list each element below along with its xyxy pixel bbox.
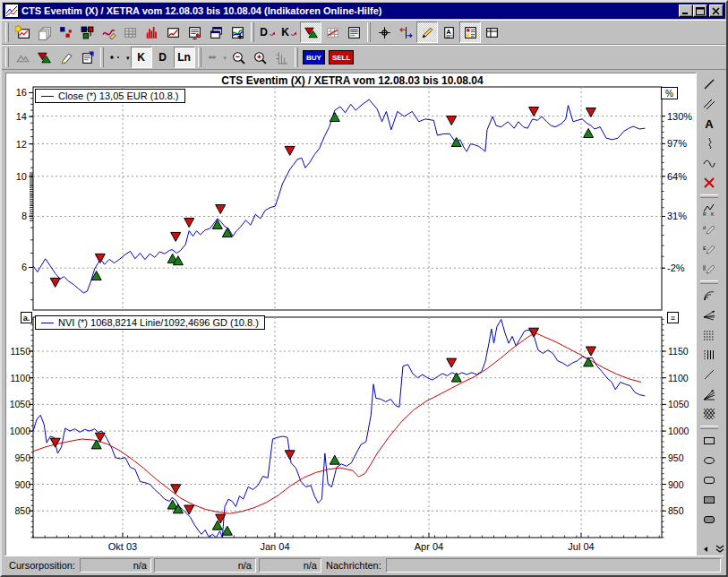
curve-tool-button[interactable] (699, 153, 719, 173)
crosshair-button[interactable] (373, 22, 395, 43)
pencil-e-button[interactable]: E (699, 239, 719, 259)
filled-rounded-rectangle-button[interactable] (699, 510, 719, 530)
scale-arrows-button[interactable] (395, 22, 416, 43)
chart-properties-button[interactable] (76, 47, 98, 68)
ellipse-button[interactable] (699, 451, 719, 470)
delete-drawing-button[interactable] (699, 173, 719, 193)
minimize-button[interactable] (679, 4, 693, 17)
toolbar-grip[interactable] (100, 47, 104, 67)
export-d-button[interactable]: D (257, 22, 278, 43)
trading-signals-button[interactable] (300, 22, 321, 43)
zoom-out-button[interactable] (227, 47, 249, 68)
toolbar-grip[interactable] (700, 426, 718, 429)
edit-indicator-button[interactable] (98, 22, 119, 43)
trend-line-button[interactable] (699, 74, 719, 94)
rounded-rectangle-button[interactable] (699, 470, 719, 490)
freehand-line-button[interactable] (699, 133, 719, 153)
compare-data-button[interactable] (55, 22, 76, 43)
rectangle-icon (702, 434, 716, 448)
maximize-button[interactable] (693, 4, 707, 17)
new-chart-button[interactable] (12, 22, 33, 43)
pane-marker-a[interactable]: a. (21, 312, 32, 323)
zoom-in-button[interactable] (249, 47, 270, 68)
nvi-chart[interactable]: 1150115011001100105010501000100095095090… (6, 314, 700, 557)
bar-width-dropdown-icon[interactable]: ▾ (224, 55, 227, 61)
main-toolbar: DKA (2, 20, 726, 45)
zigzag-tool-button[interactable]: RK (699, 200, 719, 220)
export-k-button[interactable]: K (278, 22, 300, 43)
export-d-label: D (260, 27, 268, 38)
legend-line-sample (41, 323, 54, 323)
toolbar-grip[interactable] (198, 47, 201, 67)
toolbar-grip[interactable] (700, 280, 718, 284)
axis-scale-icon (274, 50, 289, 65)
portfolio-structure-button[interactable] (76, 22, 98, 43)
toolbar-grip[interactable] (700, 194, 718, 198)
scroll-down-button[interactable] (714, 543, 725, 555)
grid-settings-button[interactable] (321, 22, 343, 43)
diagonal-line-button[interactable] (699, 365, 719, 384)
pencil-lines-button[interactable] (699, 259, 719, 279)
axis-label: 8 (21, 211, 27, 221)
signal-triangles-button[interactable] (33, 47, 55, 68)
price-chart[interactable]: 1614121086130%97%64%31%-2% (6, 86, 700, 314)
vertical-lines-button[interactable] (699, 345, 719, 365)
copy-chart-button[interactable] (33, 22, 55, 43)
fan-lines-button[interactable] (699, 306, 719, 325)
close-button[interactable] (709, 4, 724, 17)
axis-label: 64% (667, 171, 687, 182)
line-chart-button[interactable] (162, 22, 184, 43)
chart-presentation-button[interactable] (184, 22, 205, 43)
line-chart-icon (166, 25, 181, 40)
new-chart-window-button[interactable] (227, 22, 248, 43)
plot-area[interactable] (33, 87, 662, 310)
axis-label: 1150 (668, 346, 689, 357)
toolbar-grip[interactable] (295, 47, 298, 67)
daily-d-label: D (158, 52, 167, 63)
plot-area[interactable] (33, 317, 662, 538)
rectangle-button[interactable] (699, 431, 719, 451)
sell-button[interactable]: SELL (329, 50, 354, 65)
text-note-button[interactable]: A (438, 22, 459, 43)
draw-pencil-button[interactable] (416, 22, 438, 43)
svg-text:d: d (703, 225, 706, 230)
point-size-dropdown-icon[interactable]: ▾ (126, 55, 130, 61)
titlebar[interactable]: CTS Eventim (X) / XETRA vom 12.08.03 bis… (3, 3, 725, 19)
parallel-lines-icon (702, 97, 716, 111)
pane-layout-button[interactable] (481, 22, 502, 43)
parallel-lines-button[interactable] (699, 94, 719, 114)
volume-histogram-button[interactable] (141, 22, 162, 43)
indicator-panel-button[interactable] (343, 22, 364, 43)
marker-pen-button[interactable] (55, 47, 76, 68)
delete-drawing-icon (702, 176, 716, 190)
legend-toggle-button[interactable] (459, 22, 481, 43)
svg-text:R: R (703, 211, 707, 217)
fibonacci-arcs-button[interactable] (699, 286, 719, 306)
filled-rectangle-button[interactable] (699, 490, 719, 510)
toolbar-grip[interactable] (251, 22, 254, 42)
text-tool-button[interactable]: A (699, 114, 719, 133)
axis-label: 1000 (10, 426, 31, 436)
toolbar-grip[interactable] (367, 22, 371, 42)
axis-label: 950 (14, 452, 30, 463)
log-scale-label: Ln (177, 52, 191, 63)
pencil-d-button[interactable]: d (699, 220, 719, 239)
price-legend-text: Close (*) 13,05 EUR (10.8.) (58, 90, 179, 101)
buy-label: BUY (306, 54, 321, 62)
retracement-lines-button[interactable] (699, 325, 719, 345)
candle-k-button[interactable]: K (131, 47, 152, 68)
cascade-windows-button[interactable] (205, 22, 227, 43)
statusbar: Cursorposition: n/a n/a n/a Nachrichten: (4, 555, 724, 573)
speed-lines-button[interactable] (699, 384, 719, 404)
gann-grid-button[interactable] (699, 404, 719, 424)
point-size-button[interactable]: ▾ (107, 47, 131, 68)
toolbar-grip[interactable] (5, 22, 9, 42)
speed-lines-icon (702, 387, 716, 401)
buy-button[interactable]: BUY (303, 50, 325, 65)
pane-marker-menu[interactable]: ≡ (667, 312, 679, 323)
toolbar-grip[interactable] (5, 47, 9, 67)
chart-toolbar: ▾KDLn▾BUYSELL (2, 45, 726, 70)
log-scale-button[interactable]: Ln (174, 47, 195, 68)
scroll-left-button[interactable] (699, 543, 711, 555)
daily-d-button[interactable]: D (152, 47, 174, 68)
